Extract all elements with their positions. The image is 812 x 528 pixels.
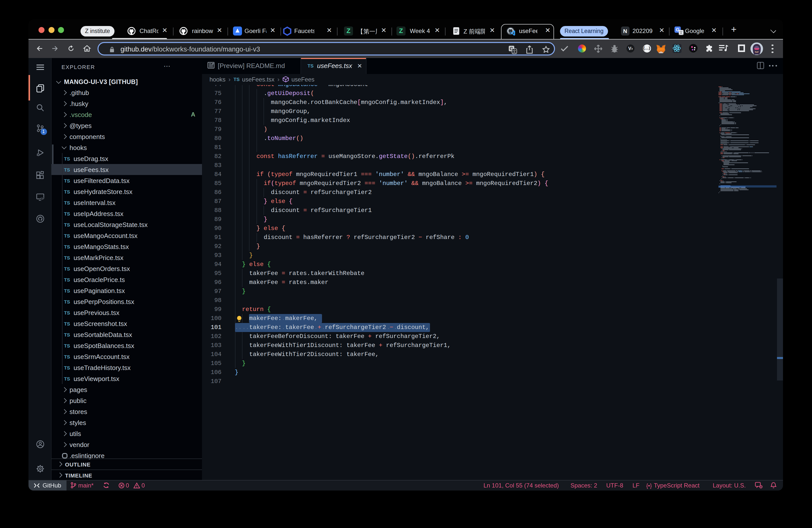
- svg-text:文: 文: [679, 30, 683, 35]
- svg-text:文: 文: [512, 49, 517, 53]
